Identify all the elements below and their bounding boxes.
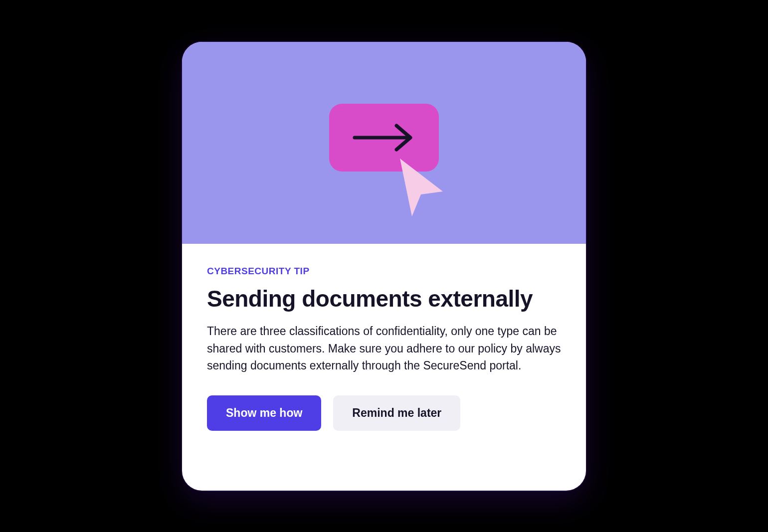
arrow-right-icon xyxy=(351,123,417,153)
cursor-icon xyxy=(393,153,453,222)
show-me-how-button[interactable]: Show me how xyxy=(207,395,321,431)
card-body-text: There are three classifications of confi… xyxy=(207,323,561,374)
remind-me-later-button[interactable]: Remind me later xyxy=(333,395,460,431)
card-title: Sending documents externally xyxy=(207,286,561,312)
eyebrow-label: CYBERSECURITY TIP xyxy=(207,266,561,277)
button-row: Show me how Remind me later xyxy=(207,395,561,431)
card-content: CYBERSECURITY TIP Sending documents exte… xyxy=(182,244,586,451)
tip-card: CYBERSECURITY TIP Sending documents exte… xyxy=(182,42,586,491)
hero-illustration xyxy=(182,42,586,244)
